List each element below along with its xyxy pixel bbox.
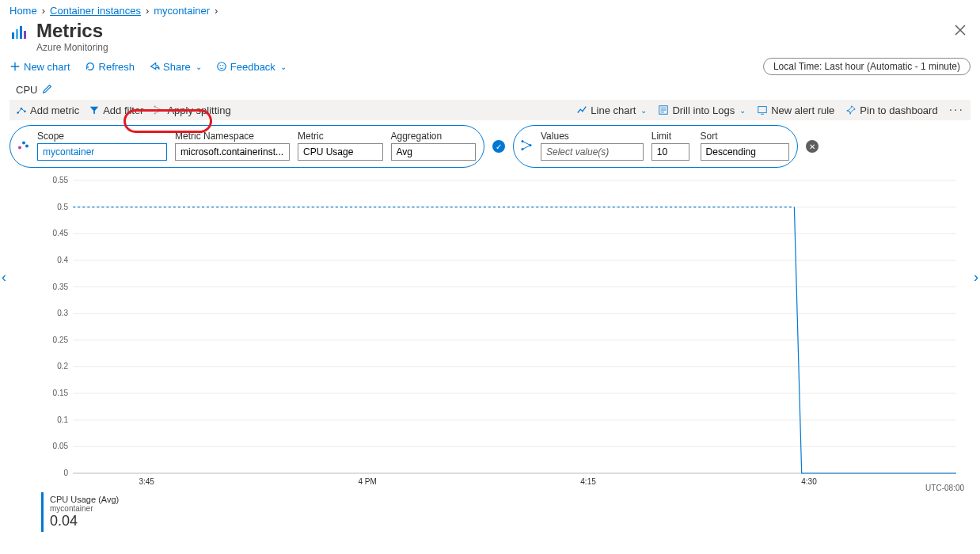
- refresh-button[interactable]: Refresh: [85, 61, 135, 73]
- svg-point-5: [219, 65, 220, 66]
- svg-rect-2: [20, 26, 22, 39]
- svg-text:0.5: 0.5: [57, 203, 68, 211]
- page-subtitle: Azure Monitoring: [36, 42, 108, 53]
- breadcrumb-home[interactable]: Home: [9, 5, 37, 17]
- svg-text:0.45: 0.45: [53, 229, 69, 237]
- refresh-icon: [85, 61, 96, 72]
- smiley-icon: [216, 61, 227, 72]
- chevron-right-icon: ›: [42, 5, 45, 17]
- limit-label: Limit: [651, 131, 693, 142]
- filter-icon: [89, 104, 100, 116]
- page-title: Metrics: [36, 20, 108, 42]
- new-chart-button[interactable]: New chart: [9, 61, 70, 73]
- values-label: Values: [541, 131, 644, 142]
- remove-splitting-button[interactable]: ✕: [806, 140, 819, 153]
- breadcrumb: Home › Container instances › mycontainer…: [9, 5, 971, 17]
- alert-icon: [757, 104, 768, 116]
- time-range-picker[interactable]: Local Time: Last hour (Automatic - 1 min…: [763, 58, 971, 75]
- chevron-down-icon: ⌄: [640, 106, 647, 115]
- edit-title-button[interactable]: [42, 83, 53, 97]
- svg-text:0.05: 0.05: [53, 442, 69, 450]
- scope-label: Scope: [37, 131, 167, 142]
- new-alert-button[interactable]: New alert rule: [757, 104, 834, 116]
- pencil-icon: [42, 83, 53, 94]
- share-icon: [149, 61, 160, 72]
- metric-selector-group: Scope Metric Namespace microsoft.contain…: [9, 125, 484, 168]
- chevron-down-icon: ⌄: [280, 63, 287, 71]
- svg-point-4: [218, 63, 226, 71]
- svg-text:4:15: 4:15: [580, 477, 596, 486]
- split-group-icon: [520, 139, 533, 154]
- svg-text:0: 0: [64, 469, 69, 477]
- metric-label: Metric: [298, 131, 383, 142]
- close-button[interactable]: [950, 20, 971, 43]
- feedback-button[interactable]: Feedback⌄: [216, 61, 287, 73]
- timezone-label: UTC-08:00: [925, 484, 964, 492]
- metric-group-icon: [17, 139, 29, 154]
- legend-card[interactable]: CPU Usage (Avg) mycontainer 0.04: [41, 492, 125, 532]
- legend-title: CPU Usage (Avg): [50, 495, 119, 504]
- action-bar: New chart Refresh Share⌄ Feedback⌄ Local…: [9, 58, 971, 75]
- svg-text:0.3: 0.3: [57, 309, 68, 317]
- more-options-button[interactable]: ···: [949, 103, 964, 117]
- aggregation-label: Aggregation: [391, 131, 477, 142]
- splitting-group: Values Select value(s) Limit Sort Descen…: [513, 125, 798, 168]
- pin-icon: [845, 104, 857, 116]
- logs-icon: [658, 104, 669, 116]
- scope-input[interactable]: [37, 143, 167, 161]
- add-filter-button[interactable]: Add filter: [89, 104, 143, 116]
- svg-text:4:30: 4:30: [801, 477, 817, 486]
- svg-rect-14: [758, 107, 767, 113]
- prev-chart-button[interactable]: ‹: [2, 269, 6, 286]
- svg-text:4 PM: 4 PM: [358, 477, 376, 486]
- line-chart-icon: [576, 104, 587, 116]
- svg-text:0.4: 0.4: [57, 256, 68, 264]
- svg-text:0.55: 0.55: [53, 176, 69, 184]
- svg-rect-0: [12, 32, 14, 39]
- add-metric-icon: [16, 104, 27, 116]
- share-button[interactable]: Share⌄: [149, 61, 202, 73]
- chart-title: CPU: [16, 84, 37, 96]
- metric-select[interactable]: CPU Usage: [298, 143, 383, 161]
- namespace-label: Metric Namespace: [175, 131, 290, 142]
- svg-point-15: [18, 146, 21, 150]
- svg-text:0.1: 0.1: [57, 416, 68, 424]
- chart-type-dropdown[interactable]: Line chart⌄: [576, 104, 647, 116]
- next-chart-button[interactable]: ›: [974, 269, 978, 286]
- svg-text:0.35: 0.35: [53, 283, 69, 291]
- metrics-chart[interactable]: 00.050.10.150.20.250.30.350.40.450.50.55…: [9, 173, 971, 489]
- plus-icon: [9, 61, 21, 72]
- drill-logs-button[interactable]: Drill into Logs⌄: [658, 104, 746, 116]
- chevron-down-icon: ⌄: [196, 63, 202, 71]
- svg-point-6: [222, 65, 223, 66]
- apply-splitting-button[interactable]: Apply splitting: [153, 104, 230, 116]
- split-icon: [153, 104, 164, 116]
- chevron-down-icon: ⌄: [739, 106, 746, 115]
- legend-subtitle: mycontainer: [50, 504, 119, 513]
- limit-input[interactable]: [651, 143, 689, 161]
- pin-dashboard-button[interactable]: Pin to dashboard: [845, 104, 937, 116]
- breadcrumb-mycontainer[interactable]: mycontainer: [154, 5, 210, 17]
- breadcrumb-container-instances[interactable]: Container instances: [50, 5, 141, 17]
- svg-point-16: [22, 142, 25, 145]
- sort-label: Sort: [701, 131, 789, 142]
- chart-toolbar: Add metric Add filter Apply splitting Li…: [9, 100, 971, 120]
- svg-text:3:45: 3:45: [139, 477, 154, 486]
- aggregation-select[interactable]: Avg: [391, 143, 477, 161]
- svg-point-17: [25, 145, 28, 148]
- chevron-right-icon: ›: [146, 5, 149, 17]
- legend-value: 0.04: [50, 513, 119, 529]
- svg-text:0.15: 0.15: [53, 389, 69, 397]
- confirm-metric-button[interactable]: ✓: [492, 140, 505, 153]
- metrics-icon: [9, 20, 28, 44]
- namespace-select[interactable]: microsoft.containerinst...: [175, 143, 290, 161]
- svg-text:0.25: 0.25: [53, 336, 69, 344]
- svg-text:0.2: 0.2: [57, 362, 68, 370]
- chevron-right-icon: ›: [215, 5, 218, 17]
- sort-select[interactable]: Descending: [701, 143, 789, 161]
- svg-rect-1: [16, 29, 18, 39]
- svg-rect-3: [24, 31, 26, 39]
- values-select[interactable]: Select value(s): [541, 143, 644, 161]
- add-metric-button[interactable]: Add metric: [16, 104, 79, 116]
